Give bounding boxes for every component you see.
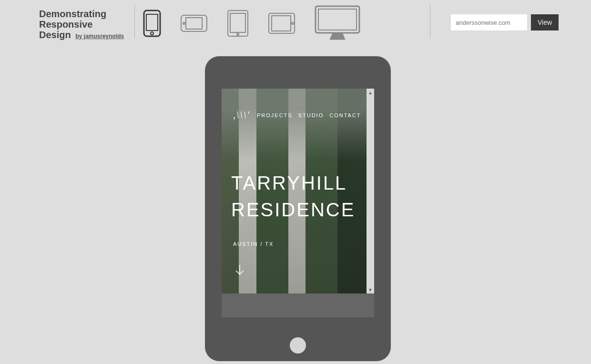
device-desktop[interactable] xyxy=(315,5,360,41)
preview-viewport[interactable]: ,\\\' PROJECTS STUDIO CONTACT TARRYHILL … xyxy=(222,89,367,293)
scroll-up-arrow-icon[interactable]: ▲ xyxy=(368,90,373,95)
svg-rect-1 xyxy=(146,14,158,30)
divider xyxy=(430,5,430,38)
phone-portrait-icon xyxy=(143,10,161,37)
svg-rect-7 xyxy=(230,13,245,32)
device-phone-portrait[interactable] xyxy=(143,10,161,37)
site-logo[interactable]: ,\\\' xyxy=(233,110,250,121)
desktop-icon xyxy=(315,5,360,41)
view-button[interactable]: View xyxy=(531,14,559,30)
svg-rect-4 xyxy=(186,18,202,29)
svg-point-11 xyxy=(292,22,294,24)
nav-link-contact[interactable]: CONTACT xyxy=(329,112,361,118)
nav-links: PROJECTS STUDIO CONTACT xyxy=(257,112,361,118)
tablet-portrait-icon xyxy=(227,10,249,37)
app-title: Demonstrating Responsive Design by jamus… xyxy=(39,9,124,41)
tablet-landscape-icon xyxy=(268,12,296,34)
url-form: View xyxy=(451,14,559,30)
site-nav: ,\\\' PROJECTS STUDIO CONTACT xyxy=(233,110,361,121)
hero-title-line-1: TARRYHILL xyxy=(231,172,347,194)
svg-rect-12 xyxy=(316,6,359,33)
arrow-down-icon xyxy=(233,264,246,277)
scroll-down-button[interactable] xyxy=(233,264,246,279)
phone-landscape-icon xyxy=(180,14,208,32)
url-input[interactable] xyxy=(451,14,527,30)
device-phone-landscape[interactable] xyxy=(180,14,208,32)
device-frame: ,\\\' PROJECTS STUDIO CONTACT TARRYHILL … xyxy=(205,56,391,361)
divider xyxy=(134,5,135,38)
svg-point-8 xyxy=(237,33,239,35)
scroll-down-arrow-icon[interactable]: ▼ xyxy=(368,287,373,292)
title-line-2: Responsive xyxy=(39,19,92,30)
svg-point-2 xyxy=(151,32,153,35)
hero-location: AUSTIN / TX xyxy=(233,241,274,247)
byline-link[interactable]: by jamusreynolds xyxy=(75,33,124,40)
preview-scrollbar[interactable]: ▲ ▼ xyxy=(367,89,374,293)
title-block: Demonstrating Responsive Design by jamus… xyxy=(39,9,124,41)
top-bar: Demonstrating Responsive Design by jamus… xyxy=(0,0,591,43)
svg-rect-13 xyxy=(318,9,357,30)
device-tablet-landscape[interactable] xyxy=(268,12,296,34)
device-tablet-portrait[interactable] xyxy=(227,10,249,37)
title-line-1: Demonstrating xyxy=(39,9,106,19)
svg-point-5 xyxy=(183,22,185,24)
svg-rect-10 xyxy=(272,16,291,31)
device-home-button[interactable] xyxy=(290,337,306,354)
nav-link-projects[interactable]: PROJECTS xyxy=(257,112,293,118)
hero-title-line-2: RESIDENCE xyxy=(231,199,355,221)
title-line-3: Design xyxy=(39,30,71,40)
nav-link-studio[interactable]: STUDIO xyxy=(298,112,324,118)
device-switcher xyxy=(143,7,360,40)
device-screen: ,\\\' PROJECTS STUDIO CONTACT TARRYHILL … xyxy=(222,89,374,317)
